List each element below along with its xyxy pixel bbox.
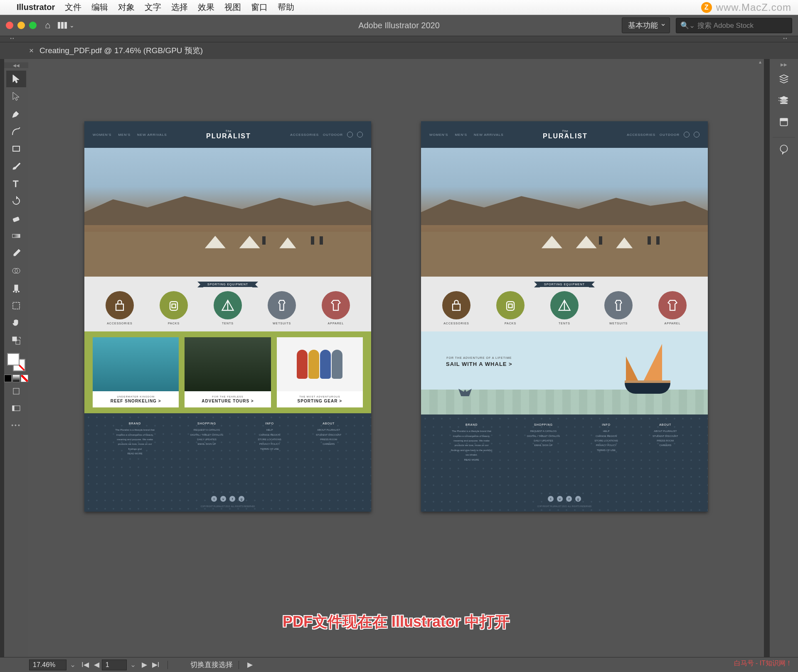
menu-effect[interactable]: 效果 bbox=[198, 2, 214, 13]
search-icon bbox=[357, 132, 363, 137]
right-panel-dock: ▶▶ bbox=[770, 59, 798, 657]
hand-tool[interactable] bbox=[6, 315, 26, 331]
globe-icon: g bbox=[575, 496, 581, 502]
svg-rect-15 bbox=[12, 406, 14, 411]
bm-watermark: 白马号 - IT知识网！ bbox=[734, 659, 792, 668]
cart-icon bbox=[684, 132, 690, 137]
rotate-tool[interactable] bbox=[6, 193, 26, 209]
mockup-logo: The PLURALIST bbox=[206, 130, 251, 140]
svg-rect-17 bbox=[172, 304, 176, 308]
rectangle-tool[interactable] bbox=[6, 140, 26, 157]
menu-help[interactable]: 帮助 bbox=[278, 2, 294, 13]
app-menu[interactable]: Illustrator bbox=[17, 2, 55, 12]
menu-object[interactable]: 对象 bbox=[118, 2, 135, 13]
comments-panel-icon[interactable] bbox=[775, 140, 793, 158]
cart-icon bbox=[347, 132, 353, 137]
fill-swatch[interactable] bbox=[7, 353, 20, 365]
facebook-icon: f bbox=[229, 496, 235, 502]
properties-panel-icon[interactable] bbox=[775, 70, 793, 88]
canvas[interactable]: ▴ WOMEN'S MEN'S NEW ARRIVALS The PLURALI… bbox=[28, 59, 764, 657]
color-mode-color[interactable] bbox=[4, 375, 12, 382]
mockup-nav-accessories: ACCESSORIES bbox=[290, 133, 319, 137]
snorkeling-image bbox=[93, 337, 179, 391]
screen-mode-button[interactable] bbox=[6, 400, 26, 417]
svg-rect-19 bbox=[509, 304, 512, 308]
shape-builder-tool[interactable] bbox=[6, 262, 26, 279]
macos-menubar: Illustrator 文件 编辑 对象 文字 选择 效果 视图 窗口 帮助 Z… bbox=[0, 0, 798, 15]
svg-point-7 bbox=[13, 291, 15, 292]
wetsuits-icon bbox=[268, 291, 296, 319]
search-icon bbox=[694, 132, 699, 137]
adobe-stock-search[interactable]: 🔍⌄ 搜索 Adobe Stock bbox=[676, 18, 792, 33]
adventure-image bbox=[185, 337, 271, 391]
color-mode-gradient[interactable] bbox=[12, 375, 20, 382]
mockup-footer: BRANDThe Pluralist is a lifestyle brand … bbox=[84, 413, 371, 512]
selection-tool[interactable] bbox=[6, 71, 26, 87]
svg-rect-0 bbox=[13, 146, 20, 151]
eyedropper-tool[interactable] bbox=[6, 245, 26, 262]
artboard-number-input[interactable] bbox=[102, 660, 127, 670]
mockup-features: UNDERWATER KINGDOMREEF SNORKELING > FOR … bbox=[84, 331, 371, 413]
edit-toolbar-button[interactable]: ••• bbox=[11, 422, 21, 429]
close-window-button[interactable] bbox=[6, 22, 13, 29]
type-tool[interactable]: T bbox=[6, 175, 26, 192]
google-icon: g bbox=[239, 496, 244, 502]
artboard-dropdown-icon[interactable]: ⌄ bbox=[127, 660, 139, 669]
menu-edit[interactable]: 编辑 bbox=[91, 2, 108, 13]
svg-point-9 bbox=[18, 291, 20, 292]
curvature-tool[interactable] bbox=[6, 123, 26, 140]
menu-type[interactable]: 文字 bbox=[145, 2, 161, 13]
packs-icon bbox=[496, 291, 525, 319]
eraser-tool[interactable] bbox=[6, 210, 26, 227]
home-icon[interactable]: ⌂ bbox=[45, 20, 50, 31]
arrange-documents-button[interactable]: ⌄ bbox=[58, 22, 74, 29]
scroll-up-icon[interactable]: ▴ bbox=[756, 59, 764, 66]
app-title: Adobe Illustrator 2020 bbox=[358, 21, 440, 30]
fill-stroke-swatches[interactable] bbox=[7, 353, 25, 371]
menu-window[interactable]: 窗口 bbox=[251, 2, 268, 13]
artboard-tool[interactable] bbox=[6, 297, 26, 314]
wetsuits-icon bbox=[604, 291, 633, 319]
control-bar-collapse-right[interactable]: •• bbox=[773, 36, 798, 42]
menu-select[interactable]: 选择 bbox=[171, 2, 188, 13]
document-tab[interactable]: × Creating_PDF.pdf @ 17.46% (RGB/GPU 预览) bbox=[29, 45, 203, 56]
zoom-input[interactable] bbox=[29, 660, 66, 670]
watermark-text: www.MacZ.com bbox=[716, 2, 791, 13]
direct-selection-tool[interactable] bbox=[6, 88, 26, 105]
minimize-window-button[interactable] bbox=[17, 22, 25, 29]
maximize-window-button[interactable] bbox=[29, 22, 37, 29]
toolbox-collapse-button[interactable]: ◀◀ bbox=[4, 62, 28, 68]
toolbox: ◀◀ T ••• bbox=[4, 59, 28, 657]
svg-rect-10 bbox=[13, 302, 20, 309]
menu-file[interactable]: 文件 bbox=[65, 2, 81, 13]
pen-tool[interactable] bbox=[6, 105, 26, 122]
libraries-panel-icon[interactable] bbox=[775, 113, 793, 131]
color-mode-swatches bbox=[4, 375, 28, 382]
workspace-switcher[interactable]: 基本功能 bbox=[622, 17, 670, 33]
artboard-2: WOMEN'S MEN'S NEW ARRIVALS ThePLURALIST … bbox=[421, 121, 708, 512]
menu-view[interactable]: 视图 bbox=[224, 2, 241, 13]
gear-image bbox=[277, 337, 363, 391]
control-bar-collapse-left[interactable]: •• bbox=[0, 36, 25, 42]
gradient-tool[interactable] bbox=[6, 228, 26, 244]
artboard-1: WOMEN'S MEN'S NEW ARRIVALS The PLURALIST… bbox=[84, 121, 371, 512]
mockup-categories: SPORTING EQUIPMENT ACCESSORIES PACKS TEN… bbox=[84, 277, 371, 331]
close-tab-icon[interactable]: × bbox=[29, 46, 34, 55]
status-menu-button[interactable]: ▶ bbox=[245, 660, 255, 669]
first-artboard-button[interactable]: I◀ bbox=[79, 660, 91, 669]
next-artboard-button[interactable]: ▶ bbox=[139, 660, 150, 669]
layers-panel-icon[interactable] bbox=[775, 91, 793, 110]
color-mode-none[interactable] bbox=[21, 375, 28, 382]
symbol-sprayer-tool[interactable] bbox=[6, 280, 26, 297]
status-bar: ⌄ I◀ ◀ ⌄ ▶ ▶I 切换直接选择 ▶ bbox=[0, 657, 798, 672]
prev-artboard-button[interactable]: ◀ bbox=[91, 660, 102, 669]
last-artboard-button[interactable]: ▶I bbox=[150, 660, 162, 669]
fill-stroke-swap[interactable] bbox=[6, 332, 26, 349]
zoom-dropdown-icon[interactable]: ⌄ bbox=[66, 660, 79, 669]
mockup-nav-womens: WOMEN'S bbox=[93, 133, 111, 137]
panel-collapse-button[interactable]: ▶▶ bbox=[770, 61, 798, 67]
control-bar: •• •• bbox=[0, 36, 798, 42]
draw-mode-button[interactable] bbox=[6, 383, 26, 400]
document-tab-bar: × Creating_PDF.pdf @ 17.46% (RGB/GPU 预览) bbox=[0, 42, 798, 59]
paintbrush-tool[interactable] bbox=[6, 158, 26, 174]
